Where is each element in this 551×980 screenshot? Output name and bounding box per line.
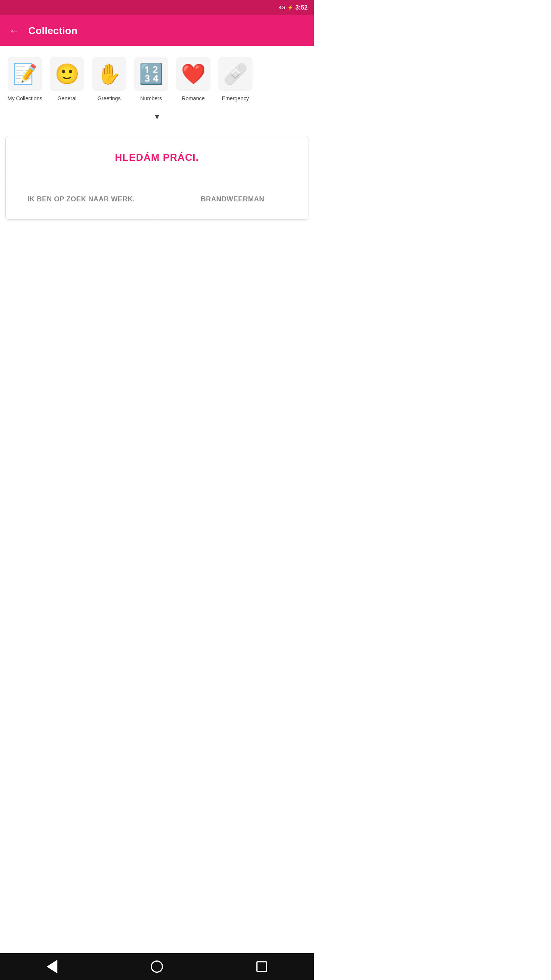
signal-icon: 4G	[279, 5, 285, 10]
category-label-emergency: Emergency	[222, 95, 249, 102]
category-icon-numbers: 🔢	[134, 57, 168, 91]
section-divider	[4, 128, 310, 128]
back-arrow-icon: ←	[9, 25, 19, 36]
translation-right: BRANDWEERMAN	[157, 179, 308, 219]
translation-left: IK BEN OP ZOEK NAAR WERK.	[6, 179, 157, 219]
category-label-my-collections: My Collections	[7, 95, 42, 102]
category-icon-greetings: ✋	[92, 57, 126, 91]
category-icon-general: 🙂	[50, 57, 84, 91]
translation-right-text: BRANDWEERMAN	[201, 195, 264, 203]
phrase-card: HLEDÁM PRÁCI. IK BEN OP ZOEK NAAR WERK. …	[5, 136, 308, 220]
main-phrase-row: HLEDÁM PRÁCI.	[6, 136, 308, 179]
battery-icon: ⚡	[287, 5, 293, 10]
category-item-greetings[interactable]: ✋ Greetings	[88, 54, 130, 105]
category-label-greetings: Greetings	[98, 95, 121, 102]
chevron-down-icon: ▾	[155, 112, 159, 122]
clock: 3:52	[295, 4, 308, 11]
category-item-romance[interactable]: ❤️ Romance	[172, 54, 214, 105]
category-item-emergency[interactable]: 🩹 Emergency	[214, 54, 256, 105]
status-bar: 4G ⚡ 3:52	[0, 0, 314, 15]
status-icons: 4G ⚡ 3:52	[279, 4, 308, 11]
category-icon-romance: ❤️	[176, 57, 210, 91]
category-item-my-collections[interactable]: 📝 My Collections	[4, 54, 46, 105]
back-button[interactable]: ←	[8, 23, 21, 38]
category-label-romance: Romance	[182, 95, 205, 102]
category-icon-emergency: 🩹	[218, 57, 253, 91]
category-row: 📝 My Collections 🙂 General ✋ Greetings 🔢…	[0, 46, 314, 109]
app-bar: ← Collection	[0, 15, 314, 46]
main-phrase-text: HLEDÁM PRÁCI.	[115, 152, 199, 163]
page-title: Collection	[28, 25, 78, 37]
category-item-general[interactable]: 🙂 General	[46, 54, 88, 105]
category-label-numbers: Numbers	[140, 95, 162, 102]
category-label-general: General	[57, 95, 77, 102]
category-item-numbers[interactable]: 🔢 Numbers	[130, 54, 172, 105]
translation-left-text: IK BEN OP ZOEK NAAR WERK.	[28, 195, 135, 203]
category-icon-my-collections: 📝	[8, 57, 42, 91]
translations-row: IK BEN OP ZOEK NAAR WERK. BRANDWEERMAN	[6, 179, 308, 219]
expand-row[interactable]: ▾	[0, 109, 314, 128]
